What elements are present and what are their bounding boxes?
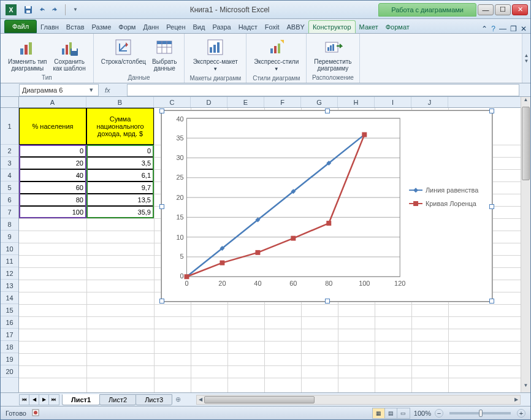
- chart-handle-nw[interactable]: [159, 109, 164, 113]
- file-tab[interactable]: Файл: [4, 20, 37, 33]
- row-header-11[interactable]: 11: [1, 255, 18, 267]
- row-header-18[interactable]: 18: [1, 341, 18, 353]
- row-header-5[interactable]: 5: [1, 181, 18, 194]
- mdi-restore-icon[interactable]: ❐: [510, 25, 517, 33]
- tab-pagelayout[interactable]: Разме: [88, 21, 115, 33]
- chart-handle-sw[interactable]: [159, 299, 164, 304]
- zoom-slider-thumb[interactable]: [479, 410, 483, 417]
- formula-input[interactable]: [127, 84, 519, 96]
- row-header-15[interactable]: 15: [1, 304, 18, 316]
- fx-icon[interactable]: fx: [105, 86, 110, 94]
- cell-A5[interactable]: 60: [19, 181, 86, 194]
- chart-handle-s[interactable]: [325, 299, 330, 304]
- cell-B1[interactable]: Сумма национального дохода, мрд. $: [86, 108, 154, 145]
- row-header-13[interactable]: 13: [1, 280, 18, 292]
- chart-handle-n[interactable]: [325, 109, 330, 113]
- change-chart-type-button[interactable]: Изменить тип диаграммы: [6, 36, 49, 73]
- tab-design[interactable]: Конструктор: [308, 20, 356, 33]
- close-button[interactable]: ✕: [512, 4, 528, 15]
- col-header-A[interactable]: A: [19, 97, 86, 107]
- cell-A4[interactable]: 40: [19, 169, 86, 181]
- save-as-template-button[interactable]: Сохранить как шаблон: [50, 36, 88, 73]
- row-header-3[interactable]: 3: [1, 157, 18, 169]
- undo-icon[interactable]: [36, 4, 47, 15]
- col-header-G[interactable]: G: [301, 97, 338, 107]
- select-data-button[interactable]: Выбрать данные: [150, 36, 179, 73]
- cell-A2[interactable]: 0: [19, 145, 86, 157]
- sheet-tab-3[interactable]: Лист3: [136, 394, 172, 405]
- row-header-9[interactable]: 9: [1, 231, 18, 243]
- row-header-6[interactable]: 6: [1, 194, 18, 206]
- tab-foxit[interactable]: Foxit: [261, 21, 283, 33]
- row-header-14[interactable]: 14: [1, 292, 18, 304]
- zoom-slider[interactable]: [449, 412, 511, 414]
- row-header-19[interactable]: 19: [1, 353, 18, 365]
- quick-layout-button[interactable]: Экспресс-макет▼: [191, 36, 240, 74]
- row-header-17[interactable]: 17: [1, 329, 18, 341]
- chart-handle-e[interactable]: [489, 204, 494, 209]
- row-header-2[interactable]: 2: [1, 145, 18, 157]
- switch-row-column-button[interactable]: Строка/столбец: [99, 36, 148, 73]
- tab-layout[interactable]: Макет: [356, 21, 382, 33]
- row-header-8[interactable]: 8: [1, 218, 18, 231]
- sheet-nav-last[interactable]: ⏭: [49, 395, 59, 405]
- hscroll-thumb[interactable]: [204, 396, 315, 403]
- zoom-out-button[interactable]: −: [435, 409, 443, 418]
- cell-B3[interactable]: 3,5: [86, 157, 154, 169]
- row-header-12[interactable]: 12: [1, 267, 18, 280]
- col-header-D[interactable]: D: [191, 97, 227, 107]
- tab-view[interactable]: Вид: [189, 21, 209, 33]
- cell-grid[interactable]: % населения Сумма национального дохода, …: [19, 108, 521, 392]
- col-header-E[interactable]: E: [227, 97, 264, 107]
- cell-B5[interactable]: 9,7: [86, 181, 154, 194]
- view-normal[interactable]: ▦: [373, 408, 385, 418]
- col-header-H[interactable]: H: [338, 97, 375, 107]
- tab-abbyy[interactable]: ABBY: [283, 21, 308, 33]
- cell-B6[interactable]: 13,5: [86, 194, 154, 206]
- row-header-4[interactable]: 4: [1, 169, 18, 181]
- macro-record-icon[interactable]: [31, 408, 40, 418]
- ribbon-scroll-up[interactable]: ▲▼: [522, 34, 530, 83]
- minimize-button[interactable]: —: [478, 4, 494, 15]
- horizontal-scrollbar[interactable]: ◀ ▶: [196, 395, 521, 405]
- sheet-nav-next[interactable]: ▶: [39, 395, 49, 405]
- zoom-in-button[interactable]: +: [517, 409, 525, 418]
- minimize-ribbon-icon[interactable]: ⌃: [481, 25, 487, 33]
- tab-data[interactable]: Данн: [139, 21, 162, 33]
- tab-review[interactable]: Рецен: [162, 21, 189, 33]
- row-header-7[interactable]: 7: [1, 206, 18, 218]
- name-box[interactable]: Диаграмма 6 ▾: [19, 84, 99, 96]
- tab-home[interactable]: Главн: [37, 21, 63, 33]
- cell-A1[interactable]: % населения: [19, 108, 86, 145]
- col-header-B[interactable]: B: [86, 97, 154, 107]
- maximize-button[interactable]: ☐: [495, 4, 511, 15]
- mdi-minimize-icon[interactable]: —: [499, 25, 506, 33]
- chart-handle-ne[interactable]: [489, 109, 494, 113]
- save-icon[interactable]: [23, 4, 34, 15]
- cell-A3[interactable]: 20: [19, 157, 86, 169]
- tab-formulas[interactable]: Форм: [115, 21, 139, 33]
- col-header-F[interactable]: F: [264, 97, 301, 107]
- vertical-scrollbar[interactable]: ▲ ▼: [521, 97, 530, 392]
- cell-A7[interactable]: 100: [19, 206, 86, 218]
- chart-handle-se[interactable]: [489, 299, 494, 304]
- view-pagelayout[interactable]: ▤: [385, 408, 397, 418]
- redo-icon[interactable]: [50, 4, 61, 15]
- cell-B2[interactable]: 0: [86, 145, 154, 157]
- col-header-J[interactable]: J: [411, 97, 448, 107]
- tab-format[interactable]: Формат: [382, 21, 413, 33]
- sheet-nav-prev[interactable]: ◀: [29, 395, 39, 405]
- tab-developer[interactable]: Разра: [208, 21, 234, 33]
- move-chart-button[interactable]: Переместить диаграмму: [311, 36, 354, 73]
- tab-insert[interactable]: Встав: [63, 21, 88, 33]
- quick-styles-button[interactable]: Экспресс-стили▼: [251, 36, 301, 74]
- view-pagebreak[interactable]: ▭: [397, 408, 410, 418]
- chart-object[interactable]: 0510152025303540 020406080100120: [161, 110, 492, 302]
- sheet-tab-1[interactable]: Лист1: [62, 394, 100, 405]
- sheet-nav-first[interactable]: ⏮: [20, 395, 29, 405]
- cell-A6[interactable]: 80: [19, 194, 86, 206]
- sheet-tab-add[interactable]: ⊕: [172, 395, 184, 403]
- name-box-dropdown-icon[interactable]: ▾: [87, 86, 96, 94]
- col-header-C[interactable]: C: [154, 97, 191, 107]
- chart-handle-w[interactable]: [159, 204, 164, 209]
